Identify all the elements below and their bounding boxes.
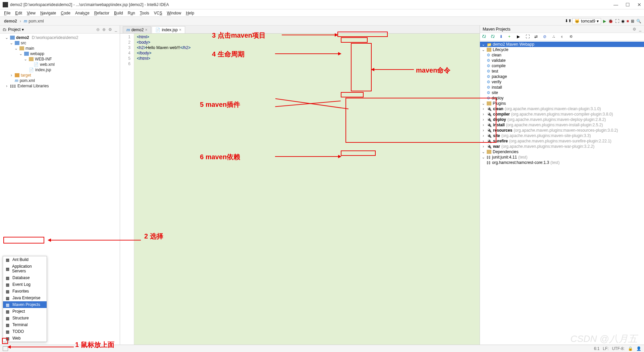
stop-button[interactable]: ■ xyxy=(627,19,629,24)
close-icon[interactable]: × xyxy=(145,28,147,32)
maven-project-node[interactable]: ⌄📁demo2 Maven Webapp xyxy=(480,42,644,47)
build-icon[interactable]: ⬇⬆ xyxy=(565,18,570,24)
skip-icon[interactable]: ⊘ xyxy=(543,34,548,40)
tree-pom[interactable]: pom.xml xyxy=(20,78,35,83)
lifecycle-site[interactable]: ⚙site xyxy=(480,90,644,95)
popup-database[interactable]: ▦Database xyxy=(3,274,47,281)
execute-icon[interactable]: ⛶ xyxy=(526,34,531,40)
dep-hamcrest[interactable]: ⫿⫿org.hamcrest:hamcrest-core:1.3 (test) xyxy=(480,160,644,165)
lifecycle-node[interactable]: ⌄Lifecycle xyxy=(480,47,644,52)
menu-code[interactable]: Code xyxy=(59,10,72,16)
lifecycle-install[interactable]: ⚙install xyxy=(480,85,644,90)
target-icon[interactable]: ⊕ xyxy=(102,27,106,32)
graph-icon[interactable]: ⛬ xyxy=(552,34,557,40)
toggle-icon[interactable]: ⇄ xyxy=(534,34,540,40)
toolwindow-button[interactable] xyxy=(3,346,8,351)
menu-help[interactable]: Help xyxy=(184,10,196,16)
tree-src[interactable]: src xyxy=(21,41,26,45)
run-button[interactable]: ▶ xyxy=(603,19,606,24)
hide-icon[interactable]: ⎯ xyxy=(115,27,117,32)
structure-icon[interactable]: ⊞ xyxy=(631,19,634,24)
lifecycle-test[interactable]: ⚙test xyxy=(480,69,644,74)
gear-icon[interactable]: ⚙ xyxy=(108,27,112,32)
profile-button[interactable]: ◉ xyxy=(621,19,625,24)
plugin-surefire[interactable]: ›🔌surefire (org.apache.maven.plugins:mav… xyxy=(480,138,644,144)
line-separator[interactable]: LF: xyxy=(603,346,608,351)
encoding[interactable]: UTF-8: xyxy=(612,346,625,351)
minimize-button[interactable]: — xyxy=(613,2,618,7)
popup-event log[interactable]: ▦Event Log xyxy=(3,281,47,288)
gear-icon[interactable]: ⚙ xyxy=(633,27,636,32)
popup-todo[interactable]: ▦TODO xyxy=(3,328,47,335)
lifecycle-validate[interactable]: ⚙validate xyxy=(480,58,644,63)
tree-extlib[interactable]: External Libraries xyxy=(17,84,49,88)
tree-main[interactable]: main xyxy=(25,46,34,51)
lifecycle-package[interactable]: ⚙package xyxy=(480,74,644,79)
plugins-node[interactable]: ⌄Plugins xyxy=(480,101,644,106)
tree-root[interactable]: demo2 xyxy=(16,35,29,40)
tree-webxml[interactable]: web.xml xyxy=(40,62,55,67)
popup-application servers[interactable]: ▦Application Servers xyxy=(3,263,47,274)
popup-structure[interactable]: ▦Structure xyxy=(3,315,47,321)
tree-webinf[interactable]: WEB-INF xyxy=(35,57,52,61)
dep-junit[interactable]: ⌄⫿⫿junit:junit:4.11 (test) xyxy=(480,155,644,160)
plugin-install[interactable]: ›🔌install (org.apache.maven.plugins:mave… xyxy=(480,122,644,128)
menu-window[interactable]: Window xyxy=(165,10,183,16)
popup-maven projects[interactable]: ▦Maven Projects xyxy=(3,301,47,308)
chevron-down-icon[interactable]: ▾ xyxy=(22,27,24,32)
lifecycle-verify[interactable]: ⚙verify xyxy=(480,79,644,85)
plugin-deploy[interactable]: ›🔌deploy (org.apache.maven.plugins:maven… xyxy=(480,117,644,122)
popup-ant build[interactable]: ▦Ant Build xyxy=(3,256,47,263)
popup-favorites[interactable]: ▦Favorites xyxy=(3,288,47,295)
run-icon[interactable]: ▶ xyxy=(517,34,522,40)
tab-indexjsp[interactable]: 📄index.jsp× xyxy=(152,26,185,33)
lifecycle-clean[interactable]: ⚙clean xyxy=(480,52,644,58)
lifecycle-deploy[interactable]: ⚙deploy xyxy=(480,95,644,101)
tree-indexjsp[interactable]: index.jsp xyxy=(35,68,51,72)
plugin-compiler[interactable]: ›🔌compiler (org.apache.maven.plugins:mav… xyxy=(480,112,644,117)
breadcrumb-root[interactable]: demo2 xyxy=(4,19,17,24)
generate-icon[interactable]: 🗘 xyxy=(491,34,496,40)
menu-vcs[interactable]: VCS xyxy=(152,10,164,16)
plugin-site[interactable]: ›🔌site (org.apache.maven.plugins:maven-s… xyxy=(480,133,644,138)
dependencies-node[interactable]: ⌄Dependencies xyxy=(480,149,644,155)
collapse-icon[interactable]: ⊖ xyxy=(96,27,100,32)
hector-icon[interactable]: 👤 xyxy=(636,346,641,351)
coverage-button[interactable]: ⛶ xyxy=(615,19,619,24)
close-icon[interactable]: × xyxy=(179,28,181,32)
popup-java enterprise[interactable]: ▦Java Enterprise xyxy=(3,295,47,301)
code-editor[interactable]: 123456 <html> <body> <h2>Hello Maven web… xyxy=(120,34,480,345)
menu-run[interactable]: Run xyxy=(126,10,137,16)
tree-target[interactable]: target xyxy=(21,73,31,78)
menu-navigate[interactable]: Navigate xyxy=(38,10,58,16)
close-button[interactable]: ✕ xyxy=(637,2,641,7)
add-icon[interactable]: + xyxy=(508,34,514,40)
popup-terminal[interactable]: ▦Terminal xyxy=(3,321,47,328)
popup-project[interactable]: ▦Project xyxy=(3,308,47,315)
search-icon[interactable]: 🔍 xyxy=(636,19,641,24)
menu-edit[interactable]: Edit xyxy=(13,10,24,16)
maven-tree[interactable]: ⌄📁demo2 Maven Webapp ⌄Lifecycle ⚙clean⚙v… xyxy=(480,41,644,345)
plugin-resources[interactable]: ›🔌resources (org.apache.maven.plugins:ma… xyxy=(480,128,644,133)
menu-tools[interactable]: Tools xyxy=(138,10,151,16)
menu-view[interactable]: View xyxy=(25,10,38,16)
menu-file[interactable]: File xyxy=(2,10,12,16)
lifecycle-compile[interactable]: ⚙compile xyxy=(480,63,644,69)
plugin-war[interactable]: ›🔌war (org.apache.maven.plugins:maven-wa… xyxy=(480,144,644,149)
refresh-icon[interactable]: 🗘 xyxy=(482,34,487,40)
tab-demo2[interactable]: mdemo2× xyxy=(123,26,151,33)
collapse-icon[interactable]: ⫞ xyxy=(560,34,566,40)
debug-button[interactable]: 🐞 xyxy=(608,19,613,24)
breadcrumb-file[interactable]: pom.xml xyxy=(29,19,44,24)
plugin-clean[interactable]: ›🔌clean (org.apache.maven.plugins:maven-… xyxy=(480,106,644,112)
settings-icon[interactable]: ⛭ xyxy=(569,34,575,40)
download-icon[interactable]: ⬇ xyxy=(499,34,505,40)
menu-refactor[interactable]: Refactor xyxy=(92,10,111,16)
maximize-button[interactable]: ☐ xyxy=(626,2,630,7)
menu-analyze[interactable]: Analyze xyxy=(73,10,92,16)
run-config-dropdown[interactable]: 🐱 tomcat9 ▾ xyxy=(572,18,601,24)
popup-web[interactable]: ▦Web xyxy=(3,335,47,342)
menu-build[interactable]: Build xyxy=(112,10,125,16)
tree-webapp[interactable]: webapp xyxy=(30,51,44,56)
hide-icon[interactable]: ⎯ xyxy=(639,27,641,32)
